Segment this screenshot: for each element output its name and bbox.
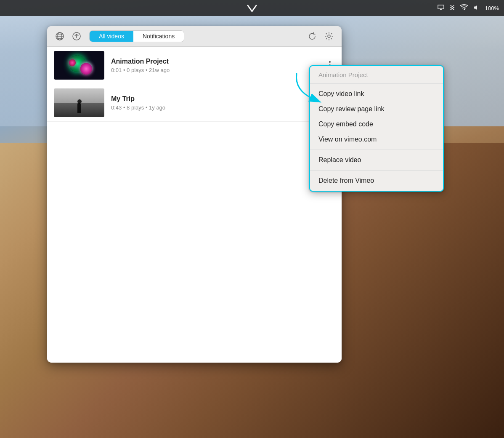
video-item[interactable]: My Trip 0:43 • 8 plays • 1y ago [47,84,342,122]
bluetooth-icon [450,4,455,13]
dot-icon [329,61,331,63]
copy-review-page-link-item[interactable]: Copy review page link [310,101,443,117]
airplay-icon [437,4,445,12]
battery-label: 100% [485,5,499,11]
upload-icon[interactable] [71,30,82,42]
tab-notifications[interactable]: Notifications [133,31,184,42]
context-menu: Animation Project Copy video link Copy r… [309,65,444,192]
toolbar: All videos Notifications [47,26,342,47]
copy-video-link-item[interactable]: Copy video link [310,86,443,101]
settings-icon[interactable] [323,30,335,42]
video-list: Animation Project 0:01 • 0 plays • 21w a… [47,47,342,363]
trip-thumbnail [54,88,104,117]
context-menu-section-delete: Delete from Vimeo [310,171,443,191]
context-menu-title: Animation Project [310,66,443,84]
replace-video-item[interactable]: Replace video [310,152,443,168]
wifi-icon [460,4,468,12]
delete-from-vimeo-item[interactable]: Delete from Vimeo [310,173,443,188]
tab-all-videos[interactable]: All videos [90,31,133,42]
view-on-vimeo-item[interactable]: View on vimeo.com [310,132,443,147]
video-meta: 0:01 • 0 plays • 21w ago [111,67,335,73]
menubar-center [245,1,259,15]
vimeo-logo [245,1,259,15]
video-title: Animation Project [111,58,335,65]
context-menu-section-replace: Replace video [310,150,443,171]
globe-icon[interactable] [54,30,66,42]
video-info: My Trip 0:43 • 8 plays • 1y ago [111,95,335,111]
volume-icon [473,5,480,12]
popup-panel: All videos Notifications [47,26,342,363]
video-thumbnail [54,51,104,80]
refresh-icon[interactable] [306,30,318,42]
svg-point-7 [328,35,330,37]
video-item[interactable]: Animation Project 0:01 • 0 plays • 21w a… [47,47,342,84]
tab-group: All videos Notifications [89,30,184,42]
context-menu-section-links: Copy video link Copy review page link Co… [310,84,443,150]
menubar-right: 100% [437,0,499,16]
video-thumbnail [54,88,104,117]
video-info: Animation Project 0:01 • 0 plays • 21w a… [111,58,335,73]
copy-embed-code-item[interactable]: Copy embed code [310,117,443,132]
video-title: My Trip [111,95,335,103]
video-meta: 0:43 • 8 plays • 1y ago [111,104,335,111]
animation-thumbnail [54,51,104,80]
menubar: 100% [0,0,504,16]
